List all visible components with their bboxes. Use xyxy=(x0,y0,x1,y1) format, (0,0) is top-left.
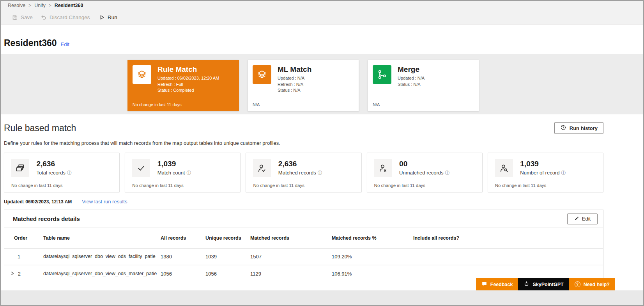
card-refresh: Refresh : Full xyxy=(157,82,219,88)
stat-matched-records: 2,636 Matched recordsⓘ No change in last… xyxy=(246,153,361,192)
discard-changes-label: Discard Changes xyxy=(50,14,90,20)
table-header-row: Order Table name All records Unique reco… xyxy=(4,228,603,248)
discard-changes-button[interactable]: Discard Changes xyxy=(41,10,90,25)
run-button[interactable]: Run xyxy=(99,10,117,25)
stat-label: Match count xyxy=(157,170,185,176)
row-include-all-records xyxy=(413,248,603,265)
person-search-icon xyxy=(495,159,513,177)
row-unique-records: 1056 xyxy=(205,265,250,282)
row-matched-records-pct: 109.20% xyxy=(332,248,413,265)
merge-card[interactable]: Merge Updated : N/A Status : N/A N/A xyxy=(368,60,479,111)
view-last-run-results-link[interactable]: View last run results xyxy=(82,199,127,205)
row-order: 2 xyxy=(18,271,21,277)
app-window: Resolve > Unify > Resident360 Save Disca… xyxy=(0,0,644,306)
row-unique-records: 1039 xyxy=(205,248,250,265)
bottom-strip xyxy=(1,290,643,305)
person-check-icon xyxy=(253,159,271,177)
stat-number-of-record: 1,039 Number of recordⓘ No change in las… xyxy=(488,153,603,192)
row-matched-records-pct: 106.91% xyxy=(332,265,413,282)
run-history-button[interactable]: Run history xyxy=(554,122,603,134)
stat-footer: No change in last 11 days xyxy=(11,183,62,188)
breadcrumb-separator-icon: > xyxy=(28,3,31,8)
title-row: Resident360 Edit xyxy=(4,38,603,48)
breadcrumb: Resolve > Unify > Resident360 xyxy=(1,1,643,10)
command-toolbar: Save Discard Changes Run xyxy=(1,10,643,25)
card-title: Merge xyxy=(398,65,425,74)
feedback-button[interactable]: Feedback xyxy=(476,278,518,290)
col-matched-records: Matched records xyxy=(250,228,332,248)
stat-label: Matched records xyxy=(278,170,316,176)
panel-title: Matched records details xyxy=(13,215,80,222)
skypointgpt-button[interactable]: SkyPointGPT xyxy=(518,278,569,290)
row-table-name: datarelaysql_sqlserver_dbo_view_ods_faci… xyxy=(43,248,161,265)
check-icon xyxy=(132,159,150,177)
breadcrumb-resolve[interactable]: Resolve xyxy=(8,3,25,8)
stat-label: Total records xyxy=(36,170,65,176)
row-matched-records: 1129 xyxy=(250,265,332,282)
stat-match-count: 1,039 Match countⓘ No change in last 11 … xyxy=(125,153,241,192)
last-updated-text: Updated: 06/02/2023, 12:13 AM xyxy=(4,199,72,205)
stat-footer: No change in last 11 days xyxy=(374,183,425,188)
stat-footer: No change in last 11 days xyxy=(253,183,304,188)
info-icon[interactable]: ⓘ xyxy=(445,170,450,176)
merge-icon xyxy=(373,65,391,84)
card-title: Rule Match xyxy=(157,65,219,74)
card-status: Status : N/A xyxy=(278,87,311,94)
col-matched-records-pct: Matched records % xyxy=(332,228,413,248)
undo-icon xyxy=(41,14,47,21)
matched-records-panel: Matched records details Edit Order Table… xyxy=(4,210,603,282)
breadcrumb-unify[interactable]: Unify xyxy=(34,3,45,8)
expand-chevron-icon[interactable] xyxy=(11,271,14,277)
card-status: Status : N/A xyxy=(398,82,425,88)
card-footer: No change in last 11 days xyxy=(133,102,182,107)
layers-icon xyxy=(133,65,151,84)
history-icon xyxy=(560,125,566,132)
info-icon[interactable]: ⓘ xyxy=(561,170,566,176)
info-icon[interactable]: ⓘ xyxy=(67,170,72,176)
floating-buttons: Feedback SkyPointGPT ? Need help? xyxy=(476,278,615,290)
robot-icon xyxy=(524,281,529,288)
skypointgpt-label: SkyPointGPT xyxy=(533,282,563,287)
need-help-label: Need help? xyxy=(584,282,610,287)
stats-row: 2,636 Total recordsⓘ No change in last 1… xyxy=(4,153,603,192)
info-icon[interactable]: ⓘ xyxy=(186,170,191,176)
stat-value: 2,636 xyxy=(36,159,71,169)
title-edit-link[interactable]: Edit xyxy=(61,41,69,47)
panel-edit-button[interactable]: Edit xyxy=(567,213,598,224)
info-icon[interactable]: ⓘ xyxy=(318,170,322,176)
col-include-all-records: Include all records? xyxy=(413,228,603,248)
col-unique-records: Unique records xyxy=(205,228,250,248)
col-all-records: All records xyxy=(161,228,205,248)
row-matched-records: 1507 xyxy=(250,248,332,265)
speech-bubble-icon xyxy=(481,281,487,288)
panel-edit-label: Edit xyxy=(582,216,591,222)
row-all-records: 1056 xyxy=(161,265,205,282)
run-label: Run xyxy=(108,14,117,20)
col-order: Order xyxy=(4,228,43,248)
stat-value: 2,636 xyxy=(278,159,322,169)
save-button[interactable]: Save xyxy=(12,10,33,25)
stat-label: Unmatched records xyxy=(399,170,443,176)
play-icon xyxy=(99,14,105,20)
save-icon xyxy=(12,14,18,21)
question-icon: ? xyxy=(575,281,580,287)
card-footer: N/A xyxy=(253,102,260,107)
card-footer: N/A xyxy=(373,102,380,107)
card-updated: Updated : N/A xyxy=(278,75,311,82)
table-row[interactable]: 1 datarelaysql_sqlserver_dbo_view_ods_fa… xyxy=(4,248,603,265)
card-refresh: Refresh : N/A xyxy=(278,82,311,88)
pencil-icon xyxy=(574,216,579,222)
stat-footer: No change in last 11 days xyxy=(495,183,546,188)
need-help-button[interactable]: ? Need help? xyxy=(569,278,615,290)
layers-icon xyxy=(253,65,271,84)
records-stack-icon xyxy=(11,159,29,177)
ml-match-card[interactable]: ML Match Updated : N/A Refresh : N/A Sta… xyxy=(248,60,359,111)
stat-value: 00 xyxy=(399,159,449,169)
breadcrumb-resident360[interactable]: Resident360 xyxy=(55,3,83,8)
rule-match-card[interactable]: Rule Match Updated : 06/02/2023, 12:20 A… xyxy=(127,60,239,111)
row-table-name: datarelaysql_sqlserver_dbo_view_ods_mast… xyxy=(43,265,161,282)
card-updated: Updated : N/A xyxy=(398,75,425,82)
matched-records-table: Order Table name All records Unique reco… xyxy=(4,228,603,282)
breadcrumb-separator-icon: > xyxy=(49,3,51,8)
col-table-name: Table name xyxy=(43,228,161,248)
